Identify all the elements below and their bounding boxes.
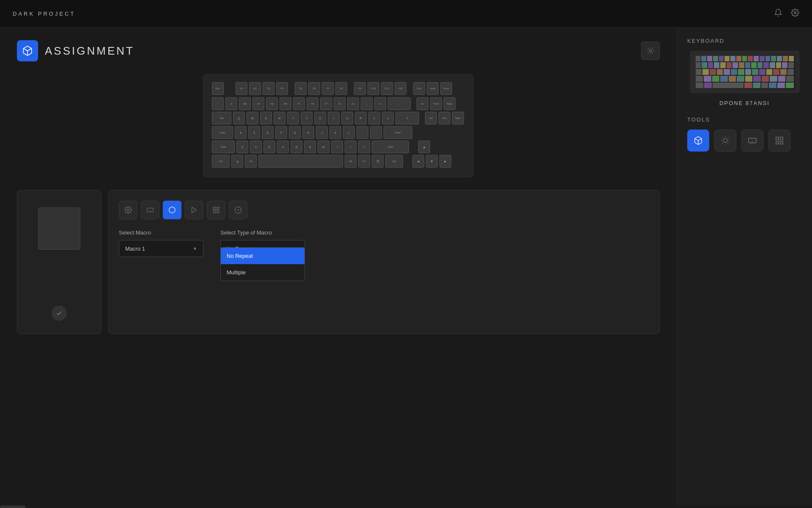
- key-p[interactable]: P: [355, 112, 367, 124]
- key-v[interactable]: V: [277, 141, 289, 153]
- key-alt-right[interactable]: Alt: [345, 155, 357, 168]
- key-app[interactable]: ☰: [372, 155, 384, 168]
- key-f12[interactable]: F12: [395, 82, 406, 95]
- key-ctrl-right[interactable]: Ctrl: [385, 155, 403, 168]
- key-check-icon[interactable]: [52, 306, 67, 321]
- key-5[interactable]: 5%: [280, 97, 291, 110]
- key-c[interactable]: C: [263, 141, 275, 153]
- key-pagedown[interactable]: PgDn: [452, 112, 464, 124]
- key-enter[interactable]: Enter: [384, 126, 412, 139]
- key-a[interactable]: A: [235, 126, 247, 139]
- key-alt-left[interactable]: Alt: [245, 155, 257, 168]
- key-arrow-down[interactable]: ▼: [426, 155, 438, 168]
- key-backtick[interactable]: ~`: [212, 97, 224, 110]
- key-shift-right[interactable]: Shift: [372, 141, 409, 153]
- tool-tab-settings[interactable]: [119, 201, 137, 219]
- key-insert[interactable]: Ins: [417, 97, 428, 110]
- key-slash[interactable]: /?: [358, 141, 370, 153]
- settings-icon[interactable]: [791, 8, 799, 19]
- tool-btn-macro[interactable]: [741, 130, 763, 152]
- key-comma[interactable]: ,<: [331, 141, 343, 153]
- key-b[interactable]: B: [291, 141, 302, 153]
- tool-tab-remove[interactable]: [229, 201, 247, 219]
- key-y[interactable]: Y: [301, 112, 313, 124]
- key-ctrl-left[interactable]: Ctrl: [212, 155, 230, 168]
- key-n[interactable]: N: [304, 141, 316, 153]
- key-arrow-up[interactable]: ▲: [418, 141, 430, 153]
- key-6[interactable]: 6^: [293, 97, 305, 110]
- key-l[interactable]: L: [343, 126, 355, 139]
- key-f10[interactable]: F10: [368, 82, 379, 95]
- key-f8[interactable]: F8: [335, 82, 347, 95]
- key-scroll[interactable]: Scroll: [427, 82, 439, 95]
- key-period[interactable]: .>: [345, 141, 357, 153]
- key-f11[interactable]: F11: [381, 82, 393, 95]
- key-h[interactable]: H: [302, 126, 314, 139]
- select-macro-box[interactable]: Macro 1 ▼: [119, 240, 203, 257]
- key-win[interactable]: ⊞: [231, 155, 243, 168]
- key-lbracket[interactable]: [{: [368, 112, 380, 124]
- key-s[interactable]: S: [248, 126, 260, 139]
- key-f4[interactable]: F4: [276, 82, 288, 95]
- key-m[interactable]: M: [318, 141, 329, 153]
- key-9[interactable]: 9(: [334, 97, 346, 110]
- key-del[interactable]: Del: [425, 112, 437, 124]
- key-print[interactable]: Print: [413, 82, 425, 95]
- key-o[interactable]: O: [341, 112, 353, 124]
- key-g[interactable]: G: [289, 126, 301, 139]
- key-f[interactable]: F: [275, 126, 287, 139]
- key-f1[interactable]: F1: [236, 82, 247, 95]
- key-u[interactable]: U: [314, 112, 326, 124]
- key-f9[interactable]: F9: [354, 82, 366, 95]
- tool-btn-assignment[interactable]: [687, 130, 709, 152]
- key-tab[interactable]: Tab: [212, 112, 231, 124]
- tool-tab-grid[interactable]: [207, 201, 225, 219]
- key-0[interactable]: 0): [347, 97, 359, 110]
- key-end[interactable]: End: [439, 112, 450, 124]
- key-f3[interactable]: F3: [263, 82, 274, 95]
- key-4[interactable]: 4$: [266, 97, 278, 110]
- key-arrow-right[interactable]: ►: [439, 155, 451, 168]
- key-d[interactable]: D: [262, 126, 274, 139]
- dropdown-item-multiple[interactable]: Multiple: [221, 264, 304, 281]
- tool-btn-lighting[interactable]: [714, 130, 736, 152]
- notification-icon[interactable]: [774, 8, 782, 19]
- key-minus[interactable]: -_: [361, 97, 373, 110]
- bottom-scrollbar[interactable]: [0, 505, 812, 508]
- key-q[interactable]: Q: [233, 112, 245, 124]
- key-arrow-left[interactable]: ◄: [412, 155, 424, 168]
- key-f6[interactable]: F6: [308, 82, 320, 95]
- key-k[interactable]: K: [329, 126, 341, 139]
- dropdown-item-no-repeat[interactable]: No Repeat: [221, 248, 304, 264]
- key-f2[interactable]: F2: [249, 82, 261, 95]
- key-z[interactable]: Z: [236, 141, 248, 153]
- key-w[interactable]: W: [247, 112, 258, 124]
- key-f7[interactable]: F7: [322, 82, 334, 95]
- tool-tab-play[interactable]: [185, 201, 203, 219]
- key-i[interactable]: I: [328, 112, 340, 124]
- key-space[interactable]: [258, 155, 343, 168]
- key-t[interactable]: T: [287, 112, 299, 124]
- key-2[interactable]: 2@: [239, 97, 251, 110]
- key-backslash[interactable]: \|: [395, 112, 419, 124]
- tool-tab-keyboard[interactable]: [141, 201, 159, 219]
- key-equals[interactable]: =+: [374, 97, 386, 110]
- key-e[interactable]: E: [260, 112, 272, 124]
- key-home[interactable]: Home: [430, 97, 442, 110]
- key-caps[interactable]: Caps: [212, 126, 233, 139]
- key-j[interactable]: J: [316, 126, 328, 139]
- key-r[interactable]: R: [274, 112, 285, 124]
- key-7[interactable]: 7&: [307, 97, 318, 110]
- key-3[interactable]: 3#: [252, 97, 264, 110]
- key-fn[interactable]: Fn: [358, 155, 370, 168]
- key-quote[interactable]: '": [370, 126, 382, 139]
- key-f5[interactable]: F5: [295, 82, 307, 95]
- key-x[interactable]: X: [250, 141, 262, 153]
- tool-btn-performance[interactable]: [768, 130, 790, 152]
- key-pageup[interactable]: PgUp: [444, 97, 455, 110]
- key-esc[interactable]: Esc: [212, 82, 224, 95]
- header-action-button[interactable]: [641, 41, 660, 60]
- key-semicolon[interactable]: ;:: [357, 126, 368, 139]
- key-rbracket[interactable]: ]}: [382, 112, 394, 124]
- key-shift-left[interactable]: Shift: [212, 141, 235, 153]
